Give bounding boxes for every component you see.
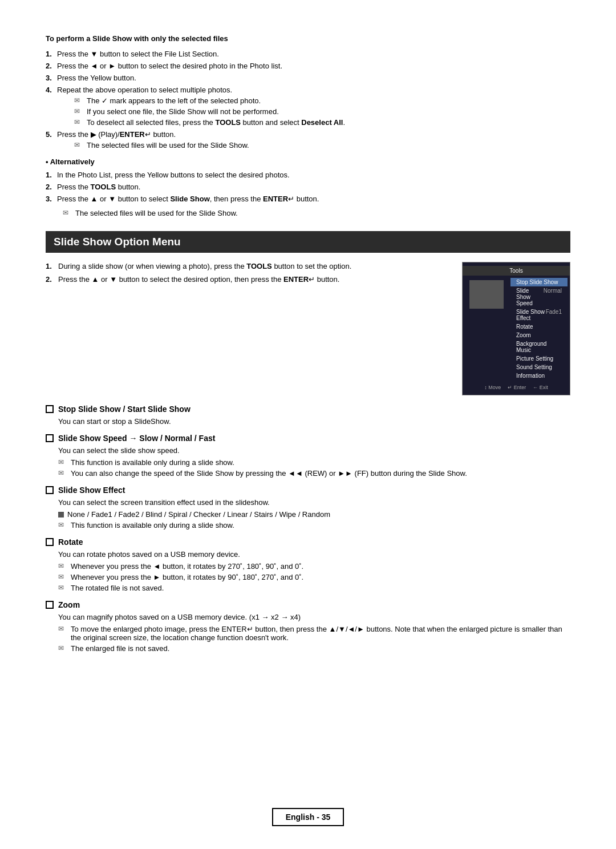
effect-note: This function is available only during a…: [46, 521, 570, 529]
tools-menu-image: Tools Stop Slide Show Slide Show Speed N…: [462, 262, 570, 395]
subsection-zoom: Zoom You can magnify photos saved on a U…: [46, 600, 570, 653]
checkbox-icon-speed: [46, 434, 54, 442]
subsection-speed-header: Slide Show Speed → Slow / Normal / Fast: [46, 434, 570, 443]
tools-photo-placeholder: [469, 280, 504, 309]
subsection-stop-start: Stop Slide Show / Start Slide Show You c…: [46, 405, 570, 426]
tools-item-info: Information: [510, 371, 568, 380]
tools-item-rotate: Rotate: [510, 322, 568, 331]
rotate-notes: Whenever you press the ◄ button, it rota…: [46, 562, 570, 592]
subsection-speed-body: You can select the slide show speed.: [46, 446, 570, 455]
tools-item-zoom: Zoom: [510, 331, 568, 339]
tools-item-picture: Picture Setting: [510, 354, 568, 363]
zoom-note-2: The enlarged file is not saved.: [58, 644, 570, 653]
alternatively-title: Alternatively: [46, 157, 570, 166]
checkbox-icon-rotate: [46, 538, 54, 546]
note-5-1: The selected files will be used for the …: [74, 141, 570, 149]
slideshow-steps-text: During a slide show (or when viewing a p…: [46, 262, 451, 288]
tools-menu-items: Stop Slide Show Slide Show Speed Normal …: [510, 278, 568, 380]
square-bullet-icon: [58, 512, 64, 518]
subsection-zoom-body: You can magnify photos saved on a USB me…: [46, 613, 570, 621]
checkbox-icon-zoom: [46, 601, 54, 609]
tools-title: Tools: [463, 266, 570, 276]
alt-step-1: In the Photo List, press the Yellow butt…: [46, 171, 570, 179]
rotate-note-1: Whenever you press the ◄ button, it rota…: [58, 562, 570, 571]
checkbox-icon-effect: [46, 486, 54, 494]
tools-item-stop: Stop Slide Show: [510, 278, 568, 286]
slideshow-step-2: Press the ▲ or ▼ button to select the de…: [46, 275, 451, 284]
alt-step-3: Press the ▲ or ▼ button to select Slide …: [46, 195, 570, 203]
step-4: Repeat the above operation to select mul…: [46, 86, 570, 127]
step-1: Press the ▼ button to select the File Li…: [46, 50, 570, 58]
page-footer: English - 35: [0, 808, 616, 826]
step-2: Press the ◄ or ► button to select the de…: [46, 62, 570, 70]
subsection-effect-body: You can select the screen transition eff…: [46, 498, 570, 507]
section-header: To perform a Slide Show with only the se…: [46, 34, 570, 217]
speed-note-2: You can also change the speed of the Sli…: [58, 469, 570, 478]
subsection-effect: Slide Show Effect You can select the scr…: [46, 486, 570, 529]
note-4-3: To deselect all selected files, press th…: [74, 118, 570, 127]
subsection-speed-notes: This function is available only during a…: [46, 458, 570, 478]
zoom-notes: To move the enlarged photo image, press …: [46, 625, 570, 653]
section-title: To perform a Slide Show with only the se…: [46, 34, 570, 43]
step-3: Press the Yellow button.: [46, 74, 570, 82]
step-4-notes: The ✓ mark appears to the left of the se…: [57, 96, 570, 127]
slideshow-steps-list: During a slide show (or when viewing a p…: [46, 262, 451, 284]
speed-note-1: This function is available only during a…: [58, 458, 570, 467]
tools-footer: ↕ Move ↵ Enter ← Exit: [463, 383, 570, 391]
subsection-speed: Slide Show Speed → Slow / Normal / Fast …: [46, 434, 570, 478]
note-4-1: The ✓ mark appears to the left of the se…: [74, 96, 570, 105]
tools-item-effect: Slide Show Effect Fade1: [510, 308, 568, 322]
tools-item-bgmusic: Background Music: [510, 339, 568, 354]
subsection-rotate: Rotate You can rotate photos saved on a …: [46, 537, 570, 592]
tools-item-speed: Slide Show Speed Normal: [510, 286, 568, 308]
zoom-note-1: To move the enlarged photo image, press …: [58, 625, 570, 642]
tools-item-sound: Sound Setting: [510, 363, 568, 371]
rotate-note-2: Whenever you press the ► button, it rota…: [58, 573, 570, 581]
effect-note-1: This function is available only during a…: [58, 521, 570, 529]
rotate-note-3: The rotated file is not saved.: [58, 584, 570, 592]
effects-line: None / Fade1 / Fade2 / Blind / Spiral / …: [58, 510, 570, 519]
slideshow-option-section: Slide Show Option Menu During a slide sh…: [46, 231, 570, 653]
slideshow-section-title: Slide Show Option Menu: [46, 231, 570, 253]
alt-step-2: Press the TOOLS button.: [46, 183, 570, 191]
subsection-zoom-header: Zoom: [46, 600, 570, 609]
alt-steps-list: In the Photo List, press the Yellow butt…: [46, 171, 570, 203]
subsection-effect-header: Slide Show Effect: [46, 486, 570, 495]
alt-note-item: The selected files will be used for the …: [63, 209, 570, 217]
step-5: Press the ▶ (Play)/ENTER↵ button. The se…: [46, 130, 570, 149]
subsection-rotate-header: Rotate: [46, 537, 570, 547]
subsection-rotate-body: You can rotate photos saved on a USB mem…: [46, 550, 570, 559]
intro-steps-list: Press the ▼ button to select the File Li…: [46, 50, 570, 149]
note-4-2: If you select one file, the Slide Show w…: [74, 107, 570, 116]
slideshow-content-with-image: During a slide show (or when viewing a p…: [46, 262, 570, 395]
checkbox-icon-stop: [46, 405, 54, 413]
subsection-stop-start-header: Stop Slide Show / Start Slide Show: [46, 405, 570, 414]
alternatively-section: Alternatively In the Photo List, press t…: [46, 157, 570, 217]
step-5-notes: The selected files will be used for the …: [57, 141, 570, 149]
alt-note: The selected files will be used for the …: [46, 209, 570, 217]
page-number: English - 35: [272, 808, 345, 826]
slideshow-step-1: During a slide show (or when viewing a p…: [46, 262, 451, 270]
subsection-stop-start-body: You can start or stop a SlideShow.: [46, 417, 570, 426]
